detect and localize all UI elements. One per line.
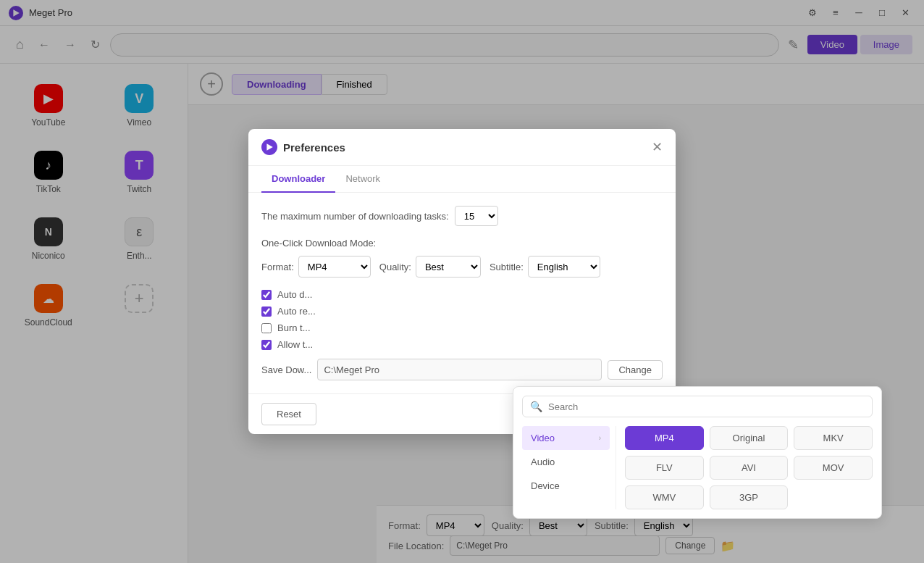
modal-title-group: Preferences (261, 139, 345, 155)
reset-button[interactable]: Reset (261, 403, 316, 425)
modal-close-button[interactable]: ✕ (652, 139, 663, 155)
checkbox-burn-t: Burn t... (261, 322, 663, 333)
checkbox-auto-d: Auto d... (261, 289, 663, 300)
pref-subtitle-select[interactable]: EnglishNoneAuto (528, 256, 600, 278)
format-option-mp4[interactable]: MP4 (625, 426, 704, 450)
checkbox-auto-r-input[interactable] (261, 306, 272, 317)
pref-format-select[interactable]: MP4MKVAVI (298, 256, 371, 278)
category-device-label: Device (531, 480, 560, 491)
format-option-flv[interactable]: FLV (625, 456, 704, 480)
format-search-input[interactable] (548, 401, 865, 412)
pref-quality-label: Quality: (379, 262, 411, 272)
save-dir-input[interactable] (317, 359, 602, 380)
max-tasks-label: The maximum number of downloading tasks: (261, 211, 449, 222)
modal-body: The maximum number of downloading tasks:… (248, 193, 676, 393)
category-video[interactable]: Video › (522, 426, 610, 450)
chevron-right-icon: › (599, 434, 601, 442)
pref-subtitle-label: Subtitle: (490, 262, 524, 272)
tab-network[interactable]: Network (335, 166, 390, 193)
pref-quality-field: Quality: Best1080p720p (379, 256, 481, 278)
category-audio[interactable]: Audio (522, 450, 610, 474)
format-option-original[interactable]: Original (710, 426, 789, 450)
checkbox-auto-d-label: Auto d... (277, 289, 312, 300)
category-device[interactable]: Device (522, 474, 610, 498)
checkbox-allow-t-input[interactable] (261, 340, 272, 350)
tab-downloader[interactable]: Downloader (261, 166, 335, 193)
category-list: Video › Audio Device (522, 426, 616, 509)
category-video-label: Video (531, 433, 555, 443)
modal-title: Preferences (283, 141, 345, 154)
modal-header: Preferences ✕ (248, 129, 676, 166)
modal-tabs: Downloader Network (248, 166, 676, 193)
preferences-modal: Preferences ✕ Downloader Network The max… (248, 129, 676, 434)
checkbox-allow-t: Allow t... (261, 339, 663, 350)
checkbox-burn-t-label: Burn t... (277, 322, 311, 333)
format-grid: MP4 Original MKV FLV AVI MOV WMV 3GP (625, 426, 873, 509)
format-option-avi[interactable]: AVI (710, 456, 789, 480)
checkbox-auto-r: Auto re... (261, 306, 663, 317)
save-dir-change-button[interactable]: Change (608, 360, 663, 380)
svg-marker-2 (266, 143, 272, 151)
format-option-wmv[interactable]: WMV (625, 485, 704, 509)
pref-format-field: Format: MP4MKVAVI (261, 256, 371, 278)
dropdown-content: Video › Audio Device MP4 Original MKV (522, 426, 873, 509)
save-dir-row: Save Dow... Change (261, 359, 663, 380)
format-option-3gp[interactable]: 3GP (710, 485, 789, 509)
format-options-grid: MP4 Original MKV FLV AVI MOV WMV 3GP (616, 426, 873, 509)
category-audio-label: Audio (531, 456, 555, 467)
checkbox-allow-t-label: Allow t... (277, 339, 313, 350)
max-tasks-row: The maximum number of downloading tasks:… (261, 206, 663, 226)
one-click-section: One-Click Download Mode: Format: MP4MKVA… (261, 238, 663, 278)
checkbox-burn-t-input[interactable] (261, 323, 272, 333)
pref-quality-select[interactable]: Best1080p720p (416, 256, 481, 278)
format-search-box: 🔍 (522, 396, 873, 417)
one-click-label: One-Click Download Mode: (261, 238, 663, 249)
pref-subtitle-field: Subtitle: EnglishNoneAuto (490, 256, 600, 278)
modal-overlay: Preferences ✕ Downloader Network The max… (0, 0, 924, 563)
max-tasks-select[interactable]: 510152025 (455, 206, 498, 226)
checkbox-auto-d-input[interactable] (261, 290, 272, 300)
save-dir-label: Save Dow... (261, 364, 311, 375)
modal-logo (261, 139, 277, 155)
search-icon: 🔍 (530, 401, 542, 412)
pref-format-label: Format: (261, 262, 294, 272)
format-dropdown: 🔍 Video › Audio Device (513, 386, 882, 519)
format-option-mov[interactable]: MOV (794, 456, 873, 480)
format-option-mkv[interactable]: MKV (794, 426, 873, 450)
format-row: Format: MP4MKVAVI Quality: Best1080p720p… (261, 256, 663, 278)
checkbox-auto-r-label: Auto re... (277, 306, 316, 317)
